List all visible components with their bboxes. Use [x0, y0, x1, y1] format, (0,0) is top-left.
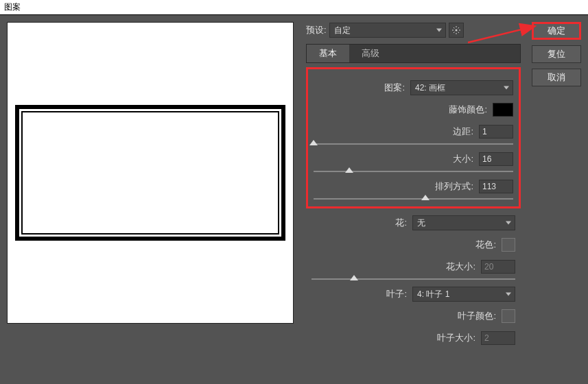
- window-title: 图案: [4, 2, 21, 12]
- tabs: 基本 高级: [306, 44, 521, 63]
- flower-size-label: 花大小:: [446, 261, 475, 273]
- tab-basic[interactable]: 基本: [307, 45, 349, 62]
- flower-color-label: 花色:: [475, 239, 496, 251]
- slider-thumb[interactable]: [309, 140, 318, 145]
- arrangement-slider[interactable]: [314, 198, 513, 200]
- leaf-color-label: 叶子颜色:: [458, 310, 496, 322]
- leaf-size-input[interactable]: [481, 331, 515, 345]
- tab-advanced[interactable]: 高级: [349, 45, 392, 62]
- preset-select[interactable]: 自定: [329, 23, 446, 38]
- margin-input[interactable]: [479, 125, 513, 139]
- svg-point-0: [455, 29, 457, 32]
- arrangement-input[interactable]: [479, 180, 513, 193]
- flower-label: 花:: [395, 217, 407, 229]
- flower-size-slider[interactable]: [311, 278, 515, 280]
- margin-label: 边距:: [453, 125, 473, 138]
- leaf-size-label: 叶子大小:: [437, 332, 475, 344]
- preset-label: 预设:: [306, 24, 327, 36]
- button-column: 确定 复位 取消: [532, 22, 581, 377]
- preview-frame-inner: [21, 111, 279, 235]
- slider-thumb[interactable]: [421, 195, 430, 200]
- slider-thumb[interactable]: [350, 275, 358, 280]
- leaf-select[interactable]: 4: 叶子 1: [412, 287, 515, 302]
- preset-menu-icon[interactable]: [449, 23, 464, 38]
- reset-button[interactable]: 复位: [532, 45, 581, 63]
- preset-row: 预设: 自定: [306, 22, 521, 38]
- preview-frame: [15, 105, 285, 241]
- dialog-window: 图案 预设: 自定: [0, 0, 588, 384]
- settings-column: 预设: 自定 基本 高级 图案:: [306, 22, 521, 377]
- extra-controls: 花: 无 花色: 花大小:: [306, 208, 521, 346]
- vine-color-label: 藤饰颜色:: [449, 104, 487, 116]
- vine-color-swatch[interactable]: [493, 103, 513, 117]
- size-slider[interactable]: [314, 171, 513, 172]
- slider-thumb[interactable]: [345, 167, 353, 173]
- ok-button[interactable]: 确定: [532, 22, 581, 40]
- title-bar: 图案: [0, 0, 588, 15]
- size-label: 大小:: [453, 153, 473, 165]
- flower-size-input[interactable]: [481, 260, 515, 274]
- cancel-button[interactable]: 取消: [532, 69, 581, 86]
- leaf-label: 叶子:: [386, 288, 407, 300]
- basic-panel-highlighted: 图案: 42: 画框 藤饰颜色: 边距:: [306, 67, 521, 208]
- arrangement-label: 排列方式:: [435, 180, 473, 193]
- pattern-select[interactable]: 42: 画框: [410, 80, 513, 95]
- leaf-color-swatch[interactable]: [502, 309, 515, 323]
- right-area: 预设: 自定 基本 高级 图案:: [301, 15, 588, 384]
- preview-panel: [0, 15, 301, 384]
- size-input[interactable]: [479, 152, 513, 166]
- main-area: 预设: 自定 基本 高级 图案:: [0, 15, 588, 384]
- margin-slider[interactable]: [314, 143, 513, 145]
- flower-select[interactable]: 无: [412, 215, 515, 230]
- flower-color-swatch[interactable]: [502, 238, 515, 252]
- preview-canvas: [7, 22, 294, 324]
- pattern-label: 图案:: [384, 82, 405, 94]
